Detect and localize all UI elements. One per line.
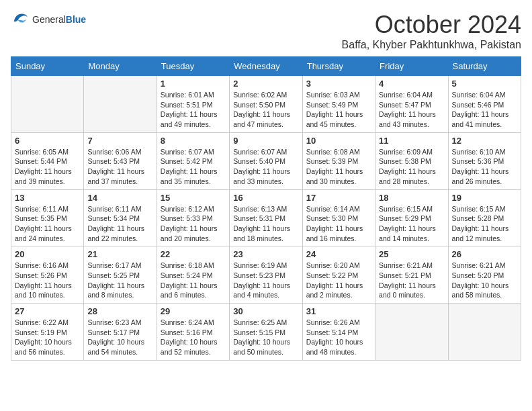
day-info: Sunrise: 6:11 AMSunset: 5:34 PMDaylight:… <box>87 204 152 244</box>
calendar-cell: 6Sunrise: 6:05 AMSunset: 5:44 PMDaylight… <box>11 132 84 189</box>
calendar-week-row: 1Sunrise: 6:01 AMSunset: 5:51 PMDaylight… <box>11 76 521 133</box>
calendar-cell: 20Sunrise: 6:16 AMSunset: 5:26 PMDayligh… <box>11 246 84 304</box>
calendar-header-row: SundayMondayTuesdayWednesdayThursdayFrid… <box>11 57 521 76</box>
day-number: 30 <box>233 306 298 316</box>
calendar-cell: 2Sunrise: 6:02 AMSunset: 5:50 PMDaylight… <box>230 76 302 133</box>
day-number: 4 <box>379 79 444 89</box>
day-number: 7 <box>87 136 152 146</box>
day-number: 31 <box>306 306 371 316</box>
day-number: 13 <box>15 193 80 203</box>
weekday-header-thursday: Thursday <box>302 57 375 76</box>
logo-general-text: General <box>32 14 66 25</box>
day-number: 10 <box>306 136 371 146</box>
weekday-header-monday: Monday <box>84 57 157 76</box>
calendar-cell: 5Sunrise: 6:04 AMSunset: 5:46 PMDaylight… <box>448 76 521 133</box>
calendar-cell: 27Sunrise: 6:22 AMSunset: 5:19 PMDayligh… <box>11 304 84 361</box>
page-header: GeneralBlue October 2024 Baffa, Khyber P… <box>11 11 521 51</box>
day-info: Sunrise: 6:15 AMSunset: 5:28 PMDaylight:… <box>452 204 517 244</box>
day-number: 9 <box>233 136 298 146</box>
logo: GeneralBlue <box>11 11 86 28</box>
day-number: 25 <box>379 249 444 259</box>
day-info: Sunrise: 6:03 AMSunset: 5:49 PMDaylight:… <box>306 90 371 130</box>
calendar-cell: 16Sunrise: 6:13 AMSunset: 5:31 PMDayligh… <box>230 189 302 246</box>
day-info: Sunrise: 6:25 AMSunset: 5:15 PMDaylight:… <box>233 318 298 357</box>
day-number: 28 <box>87 306 152 316</box>
title-block: October 2024 Baffa, Khyber Pakhtunkhwa, … <box>342 11 521 51</box>
calendar-cell: 29Sunrise: 6:24 AMSunset: 5:16 PMDayligh… <box>157 304 229 361</box>
day-number: 17 <box>306 193 371 203</box>
calendar-cell: 7Sunrise: 6:06 AMSunset: 5:43 PMDaylight… <box>84 132 157 189</box>
day-info: Sunrise: 6:16 AMSunset: 5:26 PMDaylight:… <box>15 261 80 300</box>
calendar-table: SundayMondayTuesdayWednesdayThursdayFrid… <box>11 56 521 361</box>
day-info: Sunrise: 6:06 AMSunset: 5:43 PMDaylight:… <box>87 147 152 187</box>
weekday-header-wednesday: Wednesday <box>230 57 302 76</box>
day-info: Sunrise: 6:23 AMSunset: 5:17 PMDaylight:… <box>87 318 152 357</box>
day-number: 29 <box>161 306 226 316</box>
calendar-week-row: 20Sunrise: 6:16 AMSunset: 5:26 PMDayligh… <box>11 246 521 304</box>
day-info: Sunrise: 6:26 AMSunset: 5:14 PMDaylight:… <box>306 318 371 357</box>
day-number: 22 <box>161 249 226 259</box>
calendar-cell: 15Sunrise: 6:12 AMSunset: 5:33 PMDayligh… <box>157 189 229 246</box>
day-number: 1 <box>161 79 226 89</box>
calendar-cell: 3Sunrise: 6:03 AMSunset: 5:49 PMDaylight… <box>302 76 375 133</box>
weekday-header-saturday: Saturday <box>448 57 521 76</box>
logo-text: GeneralBlue <box>32 13 86 26</box>
day-number: 8 <box>161 136 226 146</box>
calendar-week-row: 27Sunrise: 6:22 AMSunset: 5:19 PMDayligh… <box>11 304 521 361</box>
day-info: Sunrise: 6:04 AMSunset: 5:46 PMDaylight:… <box>452 90 517 130</box>
day-number: 2 <box>233 79 298 89</box>
day-number: 6 <box>15 136 80 146</box>
calendar-cell: 22Sunrise: 6:18 AMSunset: 5:24 PMDayligh… <box>157 246 229 304</box>
calendar-week-row: 6Sunrise: 6:05 AMSunset: 5:44 PMDaylight… <box>11 132 521 189</box>
calendar-cell: 18Sunrise: 6:15 AMSunset: 5:29 PMDayligh… <box>375 189 448 246</box>
calendar-cell: 11Sunrise: 6:09 AMSunset: 5:38 PMDayligh… <box>375 132 448 189</box>
day-number: 19 <box>452 193 517 203</box>
day-info: Sunrise: 6:07 AMSunset: 5:40 PMDaylight:… <box>233 147 298 187</box>
day-info: Sunrise: 6:20 AMSunset: 5:22 PMDaylight:… <box>306 261 371 300</box>
calendar-cell: 17Sunrise: 6:14 AMSunset: 5:30 PMDayligh… <box>302 189 375 246</box>
calendar-cell <box>11 76 84 133</box>
day-info: Sunrise: 6:22 AMSunset: 5:19 PMDaylight:… <box>15 318 80 357</box>
weekday-header-tuesday: Tuesday <box>157 57 229 76</box>
day-info: Sunrise: 6:01 AMSunset: 5:51 PMDaylight:… <box>161 90 226 130</box>
logo-blue-text: Blue <box>66 14 86 25</box>
day-info: Sunrise: 6:21 AMSunset: 5:20 PMDaylight:… <box>452 261 517 300</box>
calendar-cell: 23Sunrise: 6:19 AMSunset: 5:23 PMDayligh… <box>230 246 302 304</box>
day-info: Sunrise: 6:09 AMSunset: 5:38 PMDaylight:… <box>379 147 444 187</box>
day-number: 12 <box>452 136 517 146</box>
calendar-cell: 1Sunrise: 6:01 AMSunset: 5:51 PMDaylight… <box>157 76 229 133</box>
day-number: 23 <box>233 249 298 259</box>
calendar-cell: 31Sunrise: 6:26 AMSunset: 5:14 PMDayligh… <box>302 304 375 361</box>
location-title: Baffa, Khyber Pakhtunkhwa, Pakistan <box>342 39 521 51</box>
calendar-cell: 9Sunrise: 6:07 AMSunset: 5:40 PMDaylight… <box>230 132 302 189</box>
calendar-cell: 19Sunrise: 6:15 AMSunset: 5:28 PMDayligh… <box>448 189 521 246</box>
weekday-header-sunday: Sunday <box>11 57 84 76</box>
month-title: October 2024 <box>342 11 521 39</box>
day-number: 27 <box>15 306 80 316</box>
day-number: 15 <box>161 193 226 203</box>
day-number: 11 <box>379 136 444 146</box>
calendar-cell <box>84 76 157 133</box>
day-number: 5 <box>452 79 517 89</box>
day-number: 24 <box>306 249 371 259</box>
day-number: 16 <box>233 193 298 203</box>
calendar-cell: 13Sunrise: 6:11 AMSunset: 5:35 PMDayligh… <box>11 189 84 246</box>
calendar-cell: 10Sunrise: 6:08 AMSunset: 5:39 PMDayligh… <box>302 132 375 189</box>
day-number: 3 <box>306 79 371 89</box>
day-info: Sunrise: 6:08 AMSunset: 5:39 PMDaylight:… <box>306 147 371 187</box>
day-info: Sunrise: 6:21 AMSunset: 5:21 PMDaylight:… <box>379 261 444 300</box>
day-number: 21 <box>87 249 152 259</box>
calendar-cell: 8Sunrise: 6:07 AMSunset: 5:42 PMDaylight… <box>157 132 229 189</box>
day-info: Sunrise: 6:04 AMSunset: 5:47 PMDaylight:… <box>379 90 444 130</box>
day-info: Sunrise: 6:10 AMSunset: 5:36 PMDaylight:… <box>452 147 517 187</box>
day-info: Sunrise: 6:18 AMSunset: 5:24 PMDaylight:… <box>161 261 226 300</box>
calendar-cell: 14Sunrise: 6:11 AMSunset: 5:34 PMDayligh… <box>84 189 157 246</box>
day-number: 20 <box>15 249 80 259</box>
calendar-cell: 24Sunrise: 6:20 AMSunset: 5:22 PMDayligh… <box>302 246 375 304</box>
day-info: Sunrise: 6:14 AMSunset: 5:30 PMDaylight:… <box>306 204 371 244</box>
calendar-cell: 12Sunrise: 6:10 AMSunset: 5:36 PMDayligh… <box>448 132 521 189</box>
day-info: Sunrise: 6:13 AMSunset: 5:31 PMDaylight:… <box>233 204 298 244</box>
calendar-cell: 25Sunrise: 6:21 AMSunset: 5:21 PMDayligh… <box>375 246 448 304</box>
day-info: Sunrise: 6:15 AMSunset: 5:29 PMDaylight:… <box>379 204 444 244</box>
calendar-cell: 21Sunrise: 6:17 AMSunset: 5:25 PMDayligh… <box>84 246 157 304</box>
